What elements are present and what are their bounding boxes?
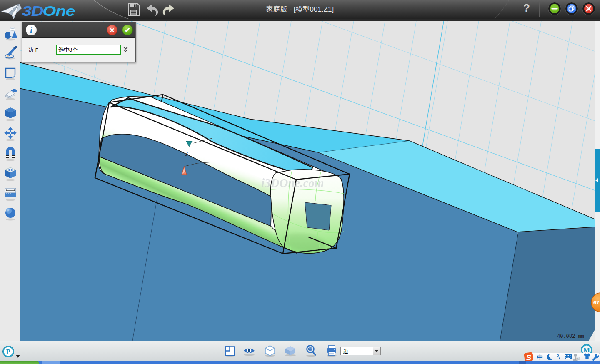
svg-text:14: 14 <box>576 357 579 360</box>
svg-text:中: 中 <box>537 354 543 361</box>
svg-text:P: P <box>6 348 10 356</box>
svg-text:67: 67 <box>593 299 599 306</box>
svg-text:3: 3 <box>185 150 188 157</box>
svg-text:40.082 mm: 40.082 mm <box>557 334 584 339</box>
svg-text:i3DOne.com: i3DOne.com <box>261 176 324 189</box>
